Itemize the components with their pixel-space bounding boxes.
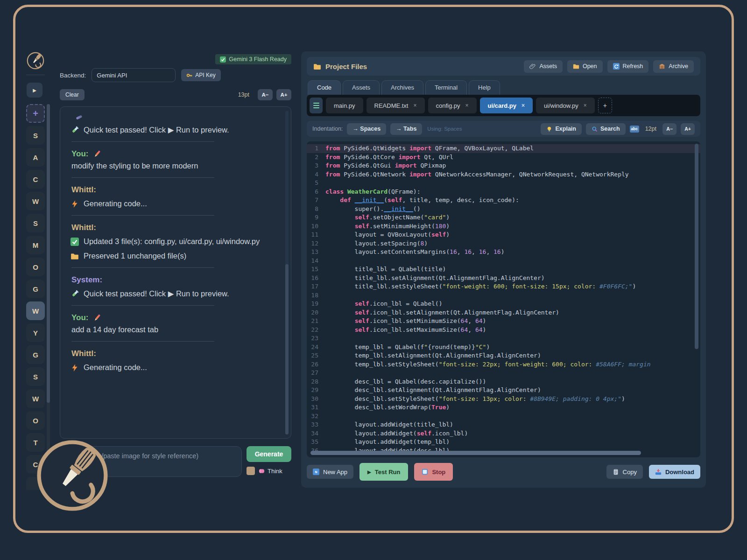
code-line[interactable]: 3from PySide6.QtGui import QPixmap bbox=[307, 161, 700, 170]
code-line[interactable]: 29 desc_lbl.setAlignment(Qt.AlignmentFla… bbox=[307, 386, 700, 395]
close-icon[interactable]: × bbox=[414, 102, 417, 109]
chat-scrollbar[interactable] bbox=[285, 111, 289, 434]
chat-log[interactable]: Quick test passed! Click ▶ Run to previe… bbox=[60, 106, 291, 439]
clear-chat-button[interactable]: Clear bbox=[60, 89, 85, 100]
editor-horizontal-scrollbar-thumb[interactable] bbox=[310, 451, 641, 455]
file-tab-ui/window.py[interactable]: ui/window.py× bbox=[536, 98, 595, 113]
code-line[interactable]: 24 temp_lbl = QLabel(f"{round(temp)}°C") bbox=[307, 343, 700, 352]
tab-terminal[interactable]: Terminal bbox=[425, 80, 467, 95]
code-line[interactable]: 16 title_lbl.setAlignment(Qt.AlignmentFl… bbox=[307, 274, 700, 283]
code-line[interactable]: 12 layout.setSpacing(8) bbox=[307, 239, 700, 248]
code-line[interactable]: 33 layout.addWidget(title_lbl) bbox=[307, 420, 700, 429]
new-project-button[interactable]: + bbox=[26, 104, 45, 123]
code-line[interactable]: 13 layout.setContentsMargins(16, 16, 16,… bbox=[307, 248, 700, 257]
code-line[interactable]: 1from PySide6.QtWidgets import QFrame, Q… bbox=[307, 144, 700, 153]
code-line[interactable]: 34 layout.addWidget(self.icon_lbl) bbox=[307, 429, 700, 438]
run-project-button[interactable]: ▶ bbox=[27, 83, 42, 98]
chat-font-larger-button[interactable]: A+ bbox=[276, 89, 291, 100]
file-tab-README.txt[interactable]: README.txt× bbox=[366, 98, 425, 113]
test-run-button[interactable]: ▶ Test Run bbox=[359, 463, 408, 481]
code-line[interactable]: 7 def __init__(self, title, temp, desc, … bbox=[307, 196, 700, 205]
refresh-button[interactable]: Refresh bbox=[607, 60, 649, 73]
open-button[interactable]: Open bbox=[567, 60, 603, 73]
chat-scrollbar-thumb[interactable] bbox=[285, 264, 289, 434]
code-line[interactable]: 26 temp_lbl.setStyleSheet("font-size: 22… bbox=[307, 360, 700, 369]
file-tab-config.py[interactable]: config.py× bbox=[428, 98, 477, 113]
code-line[interactable]: 10 self.setMinimumHeight(180) bbox=[307, 222, 700, 231]
file-menu-button[interactable] bbox=[310, 98, 323, 113]
code-line[interactable]: 28 desc_lbl = QLabel(desc.capitalize()) bbox=[307, 378, 700, 386]
new-app-button[interactable]: N New App bbox=[307, 465, 353, 479]
sidebar-item-project[interactable]: W bbox=[26, 301, 45, 320]
api-key-button[interactable]: API Key bbox=[181, 69, 220, 81]
code-line[interactable]: 19 self.icon_lbl = QLabel() bbox=[307, 300, 700, 308]
sidebar-item-project[interactable]: C bbox=[26, 170, 45, 189]
search-button[interactable]: Search bbox=[586, 123, 626, 135]
sidebar-item-project[interactable]: W bbox=[26, 192, 45, 210]
code-line[interactable]: 11 layout = QVBoxLayout(self) bbox=[307, 231, 700, 239]
code-line[interactable]: 23 bbox=[307, 334, 700, 343]
think-checkbox[interactable] bbox=[247, 467, 255, 475]
code-line[interactable]: 14 bbox=[307, 257, 700, 266]
sidebar-item-project[interactable]: S bbox=[26, 367, 45, 386]
code-line[interactable]: 20 self.icon_lbl.setAlignment(Qt.Alignme… bbox=[307, 308, 700, 317]
editor-vertical-scrollbar-thumb[interactable] bbox=[695, 144, 698, 349]
code-line[interactable]: 9 self.setObjectName("card") bbox=[307, 213, 700, 222]
code-line[interactable]: 25 temp_lbl.setAlignment(Qt.AlignmentFla… bbox=[307, 351, 700, 360]
file-tab-ui/card.py[interactable]: ui/card.py× bbox=[480, 98, 533, 113]
code-line[interactable]: 27 bbox=[307, 369, 700, 378]
sidebar-scrollbar[interactable] bbox=[47, 104, 50, 490]
copy-button[interactable]: Copy bbox=[606, 465, 643, 479]
editor-font-smaller-button[interactable]: A− bbox=[662, 123, 677, 135]
indent-tabs-button[interactable]: → Tabs bbox=[390, 123, 422, 135]
code-line[interactable]: 5 bbox=[307, 179, 700, 188]
chat-message-heading: Whittl: bbox=[71, 185, 280, 195]
sidebar-item-project[interactable]: M bbox=[26, 236, 45, 254]
explain-button[interactable]: Explain bbox=[541, 123, 581, 135]
close-icon[interactable]: × bbox=[465, 102, 469, 109]
sidebar-item-project[interactable]: O bbox=[26, 411, 45, 430]
code-editor[interactable]: 1from PySide6.QtWidgets import QFrame, Q… bbox=[307, 141, 700, 457]
sidebar-item-project[interactable]: A bbox=[26, 148, 45, 167]
file-tab-main.py[interactable]: main.py bbox=[326, 98, 363, 113]
code-line[interactable]: 8 super().__init__() bbox=[307, 205, 700, 214]
code-line[interactable]: 22 self.icon_lbl.setMaximumSize(64, 64) bbox=[307, 326, 700, 335]
code-line[interactable]: 18 bbox=[307, 291, 700, 300]
sidebar-item-project[interactable]: G bbox=[26, 345, 45, 364]
code-line[interactable]: 30 desc_lbl.setStyleSheet("font-size: 13… bbox=[307, 395, 700, 404]
new-file-tab-button[interactable]: + bbox=[598, 98, 612, 113]
code-line[interactable]: 4from PySide6.QtNetwork import QNetworkA… bbox=[307, 170, 700, 179]
sidebar-item-project[interactable]: Y bbox=[26, 323, 45, 342]
sidebar-item-project[interactable]: G bbox=[26, 280, 45, 298]
tab-assets[interactable]: Assets bbox=[343, 80, 380, 95]
code-line[interactable]: 15 title_lbl = QLabel(title) bbox=[307, 265, 700, 274]
chat-font-smaller-button[interactable]: A− bbox=[258, 89, 273, 100]
editor-font-size: 12pt bbox=[645, 126, 656, 132]
code-line[interactable]: 35 layout.addWidget(temp_lbl) bbox=[307, 438, 700, 447]
editor-font-larger-button[interactable]: A+ bbox=[681, 123, 695, 135]
chat-message-heading: You: bbox=[71, 149, 280, 159]
archive-button[interactable]: Archive bbox=[653, 60, 694, 73]
download-button[interactable]: Download bbox=[649, 465, 700, 479]
tab-archives[interactable]: Archives bbox=[381, 80, 423, 95]
code-line[interactable]: 2from PySide6.QtCore import Qt, QUrl bbox=[307, 153, 700, 162]
backend-input[interactable] bbox=[92, 68, 176, 82]
tab-help[interactable]: Help bbox=[469, 80, 500, 95]
sidebar-item-project[interactable]: S bbox=[26, 214, 45, 232]
sidebar-item-project[interactable]: S bbox=[26, 126, 45, 145]
stop-button[interactable]: Stop bbox=[414, 463, 453, 481]
code-line[interactable]: 31 desc_lbl.setWordWrap(True) bbox=[307, 403, 700, 412]
close-icon[interactable]: × bbox=[521, 102, 525, 109]
assets-button[interactable]: Assets bbox=[524, 60, 563, 73]
code-line[interactable]: 17 title_lbl.setStyleSheet("font-weight:… bbox=[307, 282, 700, 291]
sidebar-item-project[interactable]: W bbox=[26, 389, 45, 408]
close-icon[interactable]: × bbox=[584, 102, 587, 109]
tab-code[interactable]: Code bbox=[308, 80, 341, 95]
sidebar-scrollbar-thumb[interactable] bbox=[47, 104, 50, 403]
code-line[interactable]: 21 self.icon_lbl.setMinimumSize(64, 64) bbox=[307, 317, 700, 326]
code-line[interactable]: 6class WeatherCard(QFrame): bbox=[307, 188, 700, 196]
indent-spaces-button[interactable]: → Spaces bbox=[347, 123, 386, 135]
generate-button[interactable]: Generate bbox=[247, 446, 291, 462]
sidebar-item-project[interactable]: O bbox=[26, 258, 45, 276]
code-line[interactable]: 32 bbox=[307, 412, 700, 421]
